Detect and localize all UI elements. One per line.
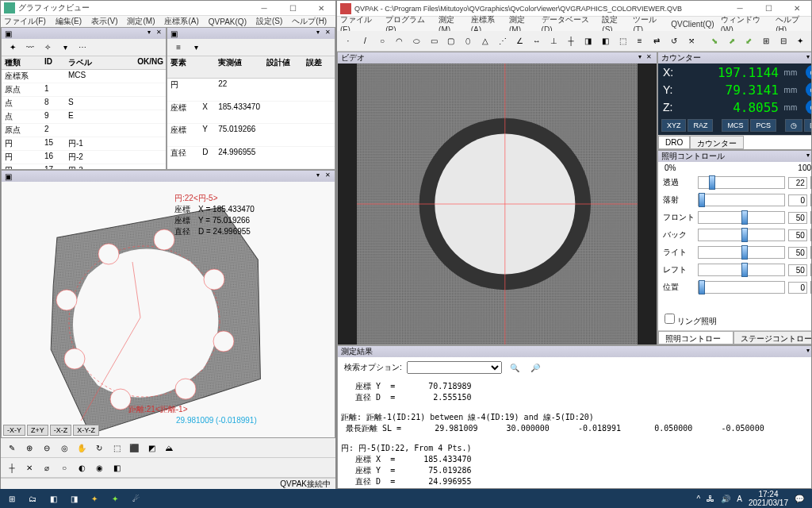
zoom-minus-icon[interactable]: ⊖ <box>39 440 55 456</box>
panel-head[interactable]: 測定結果▾✕ <box>338 346 811 357</box>
cell[interactable] <box>263 79 303 101</box>
cell[interactable] <box>303 147 335 169</box>
col-hdr[interactable]: 誤差 <box>303 56 335 79</box>
cell[interactable] <box>134 151 166 164</box>
cell[interactable]: 座標 <box>167 124 199 146</box>
cell[interactable]: 直径 <box>167 147 199 169</box>
light-value[interactable]: 0 <box>788 194 807 206</box>
cone-icon[interactable]: △ <box>477 33 493 49</box>
tool-icon[interactable]: ⤧ <box>684 33 699 49</box>
ellipse-icon[interactable]: ⬭ <box>409 33 425 49</box>
cell[interactable]: 座標 <box>167 102 199 124</box>
tool-icon[interactable]: ◩ <box>144 440 159 456</box>
tool-icon[interactable]: ⋯ <box>75 40 90 56</box>
pts-icon[interactable]: ⋰ <box>495 33 511 49</box>
cyl-icon[interactable]: ⬯ <box>460 33 476 49</box>
titlebar-a[interactable]: グラフィックビュー ─ ☐ ✕ <box>1 1 335 16</box>
cell[interactable]: 点 <box>2 97 41 110</box>
clock-date[interactable]: 2021/03/17 <box>749 498 788 507</box>
light-slider[interactable] <box>698 246 785 259</box>
light-slider[interactable] <box>698 211 785 224</box>
tool-icon[interactable]: ○ <box>56 460 72 475</box>
spinbox[interactable]: ▴▾ <box>810 264 811 276</box>
spinbox[interactable]: ▴▾ <box>810 246 811 259</box>
tool-icon[interactable]: 〰 <box>22 40 38 56</box>
notif-icon[interactable]: 💬 <box>795 495 804 503</box>
tray-icon[interactable]: ^ <box>697 495 701 503</box>
light-value[interactable]: 0 <box>788 282 807 294</box>
menu-item[interactable]: 編集(E) <box>56 16 82 27</box>
cell[interactable] <box>134 137 166 151</box>
view-btn[interactable]: Z+Y <box>27 425 48 436</box>
cell[interactable] <box>303 79 335 101</box>
cell[interactable]: 円 <box>2 164 41 169</box>
tool-icon[interactable]: ✦ <box>793 33 809 49</box>
cell[interactable]: 17 <box>41 164 65 169</box>
panel-head[interactable]: ビデオ▾✕ <box>338 52 657 64</box>
cell[interactable]: 原点 <box>2 83 41 97</box>
cell[interactable]: 円 <box>2 137 41 151</box>
task-icon[interactable]: ◨ <box>63 490 84 507</box>
perp-icon[interactable]: ⊥ <box>546 33 562 49</box>
task-icon[interactable]: 🗂 <box>22 490 43 507</box>
tool-icon[interactable]: ✦ <box>5 40 21 56</box>
tray-icon[interactable]: 🔊 <box>721 495 730 503</box>
view-btn[interactable]: -X-Z <box>50 425 72 436</box>
tool-icon[interactable]: ⬛ <box>126 440 142 456</box>
cell[interactable]: 円 <box>2 151 41 164</box>
zoom-plus-icon[interactable]: ⊕ <box>21 440 37 456</box>
view-btn[interactable]: X-Y-Z <box>73 425 99 436</box>
cell[interactable] <box>303 102 335 124</box>
tool-icon[interactable]: ◉ <box>91 460 107 475</box>
close-button[interactable]: ✕ <box>310 1 332 15</box>
cell[interactable]: 22 <box>215 79 263 101</box>
cell[interactable]: 15 <box>41 137 65 151</box>
cell[interactable]: S <box>65 97 134 110</box>
cell[interactable]: 24.996955 <box>215 147 263 169</box>
spinbox[interactable]: ▴▾ <box>810 194 811 206</box>
cell[interactable]: X <box>199 102 215 124</box>
start-button[interactable]: ⊞ <box>2 490 22 507</box>
col-hdr[interactable] <box>199 56 215 79</box>
tool-icon[interactable]: ◧ <box>598 33 614 49</box>
arc-icon[interactable]: ◠ <box>392 33 408 49</box>
result-text[interactable]: 座標 Y = 70.718989 直径 D = 2.555150 距離: 距離-… <box>338 378 811 488</box>
cell[interactable] <box>41 70 65 83</box>
cell[interactable] <box>134 97 166 110</box>
tool-icon[interactable]: ⬋ <box>741 33 757 49</box>
mcs-button[interactable]: MCS <box>722 119 749 132</box>
tool-icon[interactable]: ◨ <box>580 33 596 49</box>
cell[interactable]: 75.019266 <box>215 124 263 146</box>
spinbox[interactable]: ▴▾ <box>810 229 811 241</box>
light-value[interactable]: 50 <box>788 264 807 276</box>
xyz-button[interactable]: XYZ <box>661 119 687 132</box>
tool-icon[interactable]: ▾ <box>188 40 204 56</box>
spinbox[interactable]: ▴▾ <box>810 211 811 224</box>
clock-time[interactable]: 17:24 <box>749 490 788 498</box>
cell[interactable] <box>65 83 134 97</box>
spinbox[interactable]: ▴▾ <box>810 281 811 294</box>
dot-icon[interactable]: · <box>340 33 356 49</box>
cell[interactable] <box>134 164 166 169</box>
panel-head[interactable]: ▣▾✕ <box>2 28 166 39</box>
tool-icon[interactable]: ⬊ <box>707 33 722 49</box>
cell[interactable]: 原点 <box>2 124 41 137</box>
cell[interactable]: D <box>199 147 215 169</box>
tool-icon[interactable]: ≡ <box>632 33 648 49</box>
tool-icon[interactable]: ✋ <box>74 440 90 456</box>
tab[interactable]: 照明コントロール <box>658 331 733 344</box>
col-hdr[interactable]: 実測値 <box>215 56 263 79</box>
square-icon[interactable]: ▢ <box>443 33 459 49</box>
status-icon[interactable]: ⊘ <box>806 83 811 97</box>
tab[interactable]: ステージコントロール <box>733 331 811 344</box>
spinbox[interactable]: ▴▾ <box>810 176 811 189</box>
tool-icon[interactable]: ◧ <box>109 460 124 475</box>
cell[interactable]: 円-2 <box>65 151 134 164</box>
cell[interactable] <box>134 110 166 124</box>
cell[interactable] <box>134 124 166 137</box>
cell[interactable]: Y <box>199 124 215 146</box>
light-value[interactable]: 50 <box>788 229 807 241</box>
cell[interactable]: 16 <box>41 151 65 164</box>
feature-grid[interactable]: 種類 ID ラベル OK/NG 座標系MCS原点1点8S点9E原点2円15円-1… <box>2 56 166 169</box>
task-icon[interactable]: ◧ <box>43 490 63 507</box>
